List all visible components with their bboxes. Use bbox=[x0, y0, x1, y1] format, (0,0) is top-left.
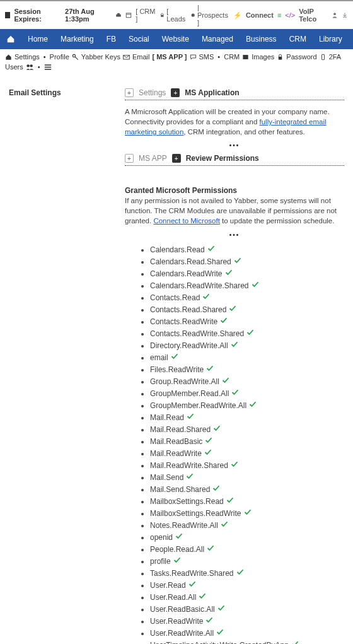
svg-point-14 bbox=[26, 64, 29, 67]
permission-item: Tasks.ReadWrite.Shared bbox=[150, 567, 344, 579]
session-icon bbox=[5, 12, 10, 18]
envelope-icon bbox=[123, 54, 130, 61]
permission-item: Group.ReadWrite.All bbox=[150, 375, 344, 387]
subnav-settings[interactable]: Settings bbox=[14, 53, 40, 61]
section-label-settings: Settings bbox=[139, 88, 166, 97]
permission-item: Mail.Send bbox=[150, 471, 344, 483]
permission-item: UserTimelineActivity.Write.CreatedByApp bbox=[150, 639, 344, 644]
bars-icon[interactable]: ≡ bbox=[277, 11, 281, 19]
nav-crm[interactable]: CRM bbox=[283, 29, 313, 49]
expand-icon[interactable]: + bbox=[171, 88, 180, 97]
content-area: Email Settings + Settings + MS Applicati… bbox=[0, 74, 353, 644]
chat-icon bbox=[190, 54, 197, 61]
permission-item: Notes.ReadWrite.All bbox=[150, 519, 344, 531]
subnav-yabber[interactable]: Yabber Keys bbox=[81, 53, 120, 61]
menu-icon[interactable] bbox=[44, 64, 52, 71]
check-icon bbox=[246, 329, 254, 338]
permission-item: Mail.ReadWrite bbox=[150, 447, 344, 459]
leads-link[interactable]: [ Leads bbox=[159, 8, 187, 23]
permission-item: Mail.Send.Shared bbox=[150, 483, 344, 495]
nav-website[interactable]: Website bbox=[156, 29, 195, 49]
permissions-list: Calendars.ReadCalendars.Read.SharedCalen… bbox=[150, 243, 344, 644]
main-nav: Home Marketing FB Social Website Managed… bbox=[0, 29, 353, 49]
nav-business[interactable]: Business bbox=[240, 29, 283, 49]
expand-icon[interactable]: + bbox=[125, 88, 134, 97]
phone-icon bbox=[320, 54, 327, 61]
expand-icon[interactable]: + bbox=[125, 154, 134, 163]
check-icon bbox=[171, 353, 178, 362]
subnav-crm[interactable]: CRM bbox=[224, 53, 240, 61]
permission-item: GroupMember.Read.All bbox=[150, 387, 344, 399]
calendar-icon[interactable] bbox=[125, 12, 132, 18]
connect-microsoft-link[interactable]: Connect to Microsoft bbox=[153, 217, 219, 225]
check-icon bbox=[217, 604, 225, 614]
check-icon bbox=[222, 377, 229, 386]
check-icon bbox=[186, 472, 194, 482]
svg-point-6 bbox=[333, 13, 336, 15]
voip-link[interactable]: VoIP Telco bbox=[299, 8, 328, 23]
check-icon bbox=[252, 281, 259, 290]
svg-rect-2 bbox=[127, 13, 132, 18]
check-icon bbox=[202, 293, 210, 302]
subnav-sms[interactable]: SMS bbox=[199, 53, 214, 61]
check-icon bbox=[207, 245, 215, 254]
permission-item: Calendars.Read.Shared bbox=[150, 255, 344, 267]
nav-fb[interactable]: FB bbox=[100, 29, 122, 49]
nav-email[interactable]: Email bbox=[349, 29, 353, 49]
section-label-msapp2: MS APP bbox=[139, 154, 167, 163]
print-icon[interactable] bbox=[115, 12, 122, 18]
connect-bolt-icon: ⚡ bbox=[233, 11, 242, 20]
check-icon bbox=[291, 640, 299, 644]
subnav-msapp[interactable]: [ MS APP ] bbox=[152, 53, 187, 61]
nav-library[interactable]: Library bbox=[313, 29, 349, 49]
subnav-email[interactable]: Email bbox=[132, 53, 150, 61]
granted-desc: If any permission is not availed to Yabb… bbox=[125, 196, 344, 226]
check-icon bbox=[212, 484, 220, 494]
msapp-desc: A Mmicrosoft Application will be created… bbox=[125, 107, 344, 137]
subnav-profile[interactable]: Profile bbox=[50, 53, 69, 61]
users-icon[interactable] bbox=[26, 64, 34, 71]
subnav-home-icon[interactable] bbox=[5, 54, 12, 61]
check-icon bbox=[199, 592, 206, 602]
nav-home-icon[interactable] bbox=[0, 29, 21, 49]
user-icon[interactable] bbox=[332, 12, 338, 18]
nav-marketing[interactable]: Marketing bbox=[54, 29, 100, 49]
check-icon bbox=[220, 317, 228, 326]
key-icon bbox=[72, 54, 79, 61]
page-title: Email Settings bbox=[9, 88, 125, 97]
permission-item: User.ReadWrite bbox=[150, 615, 344, 627]
check-icon bbox=[221, 520, 228, 530]
right-column: + Settings + MS Application A Mmicrosoft… bbox=[125, 88, 344, 644]
crm-tag[interactable]: [ CRM ] bbox=[136, 8, 155, 23]
section-label-review: Review Permissions bbox=[186, 154, 259, 163]
nav-home[interactable]: Home bbox=[21, 29, 54, 49]
check-icon bbox=[236, 568, 244, 578]
connect-link[interactable]: Connect bbox=[246, 11, 274, 19]
subnav-password[interactable]: Password bbox=[286, 53, 316, 61]
nav-social[interactable]: Social bbox=[122, 29, 156, 49]
permission-item: Contacts.ReadWrite bbox=[150, 315, 344, 327]
subnav-images[interactable]: Images bbox=[252, 53, 274, 61]
permission-item: Contacts.Read bbox=[150, 291, 344, 303]
permission-item: Mail.ReadBasic bbox=[150, 435, 344, 447]
ellipsis-icon: ••• bbox=[125, 231, 344, 238]
subnav-users[interactable]: Users bbox=[5, 63, 23, 71]
check-icon bbox=[244, 508, 252, 518]
prospects-link[interactable]: | Prospects ] bbox=[190, 4, 229, 26]
permission-item: Files.ReadWrite bbox=[150, 363, 344, 375]
subnav-2fa[interactable]: 2FA bbox=[329, 53, 342, 61]
download-icon[interactable] bbox=[342, 12, 348, 18]
code-icon[interactable]: </> bbox=[285, 11, 295, 19]
permission-item: User.ReadBasic.All bbox=[150, 603, 344, 615]
expand-icon[interactable]: + bbox=[172, 154, 181, 163]
session-label: Session Expires: bbox=[14, 8, 61, 23]
svg-rect-11 bbox=[243, 55, 248, 59]
check-icon bbox=[188, 580, 196, 590]
check-icon bbox=[205, 436, 212, 446]
check-icon bbox=[226, 496, 234, 506]
permission-item: MailboxSettings.Read bbox=[150, 495, 344, 507]
permission-item: GroupMember.ReadWrite.All bbox=[150, 399, 344, 411]
nav-managed[interactable]: Managed bbox=[195, 29, 240, 49]
permission-item: MailboxSettings.ReadWrite bbox=[150, 507, 344, 519]
svg-line-9 bbox=[75, 56, 78, 59]
